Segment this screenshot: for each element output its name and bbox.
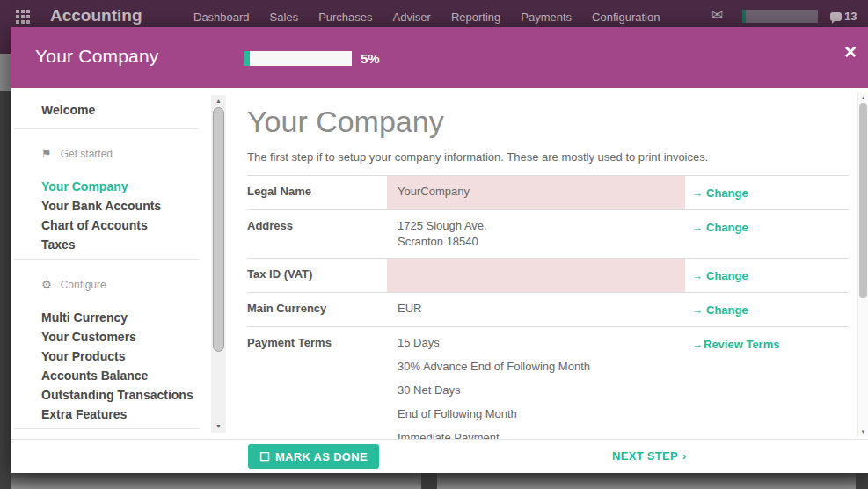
nav-item-adviser[interactable]: Adviser <box>393 11 431 24</box>
row-value <box>387 259 685 292</box>
row-action: → Change <box>685 259 849 292</box>
table-row-address: Address 1725 Slough Ave. Scranton 18540 … <box>247 210 849 259</box>
modal-footer: ☐ MARK AS DONE NEXT STEP › <box>11 439 868 473</box>
gear-icon: ⚙ <box>41 278 52 291</box>
app-brand: Accounting <box>50 6 142 26</box>
scroll-down-icon[interactable]: ▼ <box>211 420 226 433</box>
arrow-right-icon: → <box>691 338 703 351</box>
nav-item-dashboard[interactable]: Dashboard <box>193 11 250 24</box>
scroll-up-icon[interactable]: ▲ <box>211 95 226 107</box>
sidebar-scrollbar[interactable]: ▲ ▼ <box>211 95 226 433</box>
nav-item-configuration[interactable]: Configuration <box>592 11 660 24</box>
row-action: → Review Terms <box>685 327 849 439</box>
divider <box>14 259 199 260</box>
arrow-right-icon: → <box>691 303 703 317</box>
row-label: Payment Terms <box>247 327 387 439</box>
sidebar-item-accounts-balance[interactable]: Accounts Balance <box>41 366 227 385</box>
sidebar-item-your-customers[interactable]: Your Customers <box>41 327 227 347</box>
sidebar-item-taxes[interactable]: Taxes <box>41 235 227 254</box>
user-menu[interactable] <box>742 10 818 23</box>
dimmed-background-card <box>437 473 856 489</box>
row-value: 15 Days 30% Advance End of Following Mon… <box>387 327 685 439</box>
row-action: → Change <box>685 176 849 209</box>
row-value: EUR <box>387 293 685 326</box>
scroll-down-icon[interactable]: ▼ <box>858 427 868 437</box>
sidebar-item-outstanding-transactions[interactable]: Outstanding Transactions <box>41 385 227 405</box>
row-label: Main Currency <box>247 293 387 326</box>
divider <box>14 128 199 129</box>
section-header-label: Configure <box>61 279 106 291</box>
divider <box>14 428 199 429</box>
checkbox-icon: ☐ <box>259 450 270 463</box>
sidebar-item-your-company[interactable]: Your Company <box>41 177 227 196</box>
next-step-link[interactable]: NEXT STEP › <box>612 449 687 463</box>
table-row-payment-terms: Payment Terms 15 Days 30% Advance End of… <box>247 327 849 439</box>
sidebar-list: Your Company Your Bank Accounts Chart of… <box>41 177 227 254</box>
modal-header: Your Company 5% × <box>11 27 868 88</box>
chevron-right-icon: › <box>682 449 687 463</box>
message-count: 13 <box>844 10 857 23</box>
sidebar-item-multi-currency[interactable]: Multi Currency <box>41 308 227 327</box>
apps-grid-icon[interactable] <box>16 10 30 24</box>
chat-bubble-icon <box>830 12 842 21</box>
mark-as-done-button[interactable]: ☐ MARK AS DONE <box>248 444 379 469</box>
scrollbar-thumb[interactable] <box>213 107 224 352</box>
change-link[interactable]: → Change <box>691 221 748 234</box>
sidebar-list: Multi Currency Your Customers Your Produ… <box>41 308 227 424</box>
section-header-label: Get started <box>61 148 113 160</box>
table-row-tax-id: Tax ID (VAT) → Change <box>247 259 849 293</box>
change-link[interactable]: → Change <box>691 186 748 200</box>
envelope-icon[interactable]: ✉ <box>711 8 723 22</box>
modal-title: Your Company <box>35 46 159 67</box>
change-link[interactable]: → Change <box>691 269 748 282</box>
sidebar-item-welcome[interactable]: Welcome <box>41 103 227 117</box>
row-value: 1725 Slough Ave. Scranton 18540 <box>387 210 685 258</box>
review-terms-link[interactable]: → Review Terms <box>691 338 779 351</box>
company-info-table: Legal Name YourCompany → Change Address <box>247 175 849 439</box>
page-title: Your Company <box>247 104 842 139</box>
nav-item-sales[interactable]: Sales <box>270 11 299 24</box>
nav-menu: Dashboard Sales Purchases Adviser Report… <box>193 11 660 24</box>
change-link[interactable]: → Change <box>691 303 748 317</box>
nav-item-reporting[interactable]: Reporting <box>451 11 500 24</box>
sidebar-item-chart-of-accounts[interactable]: Chart of Accounts <box>41 215 227 235</box>
row-label: Legal Name <box>247 176 387 209</box>
sidebar-item-extra-features[interactable]: Extra Features <box>41 405 227 424</box>
planner-sidebar: Welcome ⚑ Get started Your Company Your … <box>11 88 227 439</box>
progress-fill <box>244 51 250 66</box>
progress-label: 5% <box>361 51 380 66</box>
page-description: The first step if to setup your company … <box>247 150 842 164</box>
arrow-right-icon: → <box>691 269 703 282</box>
nav-item-payments[interactable]: Payments <box>521 11 572 24</box>
section-header-configure: ⚙ Configure <box>41 278 227 291</box>
dimmed-background-card <box>11 473 421 489</box>
arrow-right-icon: → <box>691 221 703 234</box>
planner-content: Your Company The first step if to setup … <box>227 88 868 439</box>
row-value: YourCompany <box>387 176 685 209</box>
row-action: → Change <box>685 210 849 258</box>
row-label: Address <box>247 210 387 258</box>
table-row-legal-name: Legal Name YourCompany → Change <box>247 176 849 210</box>
flag-icon: ⚑ <box>41 147 52 160</box>
modal-body: Welcome ⚑ Get started Your Company Your … <box>11 88 868 439</box>
nav-item-purchases[interactable]: Purchases <box>318 11 372 24</box>
row-label: Tax ID (VAT) <box>247 259 387 292</box>
planner-modal: Your Company 5% × Welcome ⚑ Get started … <box>11 27 868 473</box>
table-row-main-currency: Main Currency EUR → Change <box>247 293 849 327</box>
messages-indicator[interactable]: 13 <box>830 10 857 23</box>
content-scrollbar[interactable]: ▲ ▼ <box>857 92 868 437</box>
progress-bar <box>244 51 352 66</box>
sidebar-item-your-bank-accounts[interactable]: Your Bank Accounts <box>41 196 227 215</box>
arrow-right-icon: → <box>691 186 703 200</box>
scroll-up-icon[interactable]: ▲ <box>858 92 868 103</box>
row-action: → Change <box>685 293 849 326</box>
close-icon[interactable]: × <box>844 41 857 62</box>
section-header-get-started: ⚑ Get started <box>41 147 227 160</box>
sidebar-item-your-products[interactable]: Your Products <box>41 347 227 366</box>
scrollbar-thumb[interactable] <box>859 103 867 298</box>
